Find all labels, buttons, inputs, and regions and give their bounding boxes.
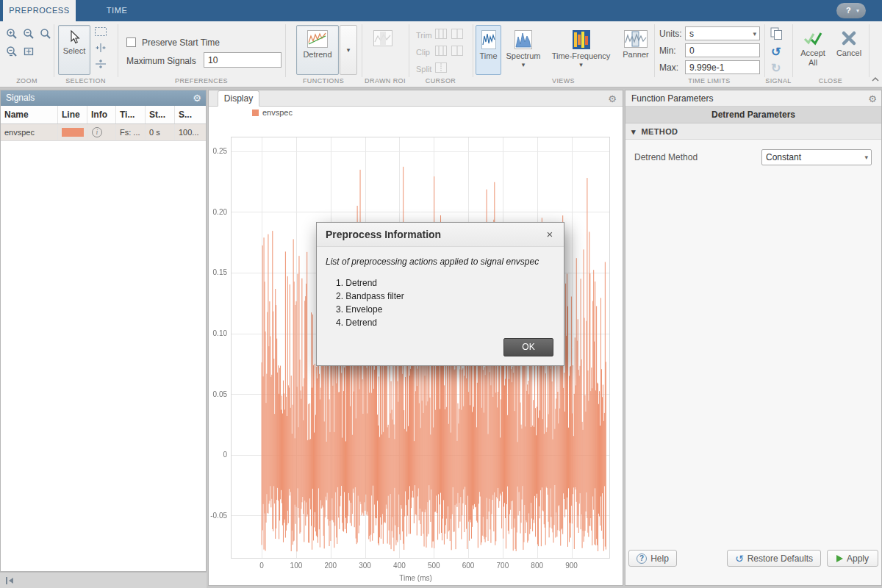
trim-left-icon — [435, 29, 447, 39]
signal-line-cell — [58, 124, 87, 140]
apply-button[interactable]: Apply — [827, 550, 878, 567]
panner-view-button[interactable]: Panner — [620, 25, 652, 75]
zoom-fit-button[interactable] — [23, 46, 35, 57]
chevron-down-icon: ▾ — [856, 7, 859, 14]
trim-right-button — [451, 29, 463, 39]
vertical-cursor-button[interactable] — [94, 59, 107, 69]
vertical-cursor-icon — [94, 59, 107, 69]
detrend-method-select[interactable]: Constant ▾ — [761, 149, 872, 165]
units-select[interactable]: s ▾ — [685, 26, 760, 40]
clip-right-icon — [451, 46, 463, 56]
marquee-select-button[interactable] — [94, 26, 107, 37]
horizontal-cursor-icon — [94, 43, 107, 53]
collapse-toolstrip-button[interactable] — [871, 76, 880, 83]
undo-button[interactable]: ↺ — [771, 45, 781, 59]
min-input[interactable] — [685, 43, 760, 57]
restore-defaults-button[interactable]: ↺ Restore Defaults — [727, 550, 821, 567]
dialog-header[interactable]: Preprocess Information × — [317, 223, 564, 247]
section-separator — [869, 24, 870, 77]
method-section-header[interactable]: ▾ METHOD — [625, 123, 881, 140]
detrend-button-label: Detrend — [303, 50, 331, 60]
section-label-zoom: ZOOM — [0, 77, 54, 85]
signals-table-header: Name Line Info Ti... St... S... — [1, 106, 206, 124]
tab-time[interactable]: TIME — [76, 0, 158, 21]
close-icon[interactable]: × — [543, 228, 556, 240]
gear-icon[interactable]: ⚙ — [193, 93, 201, 104]
preserve-start-time-checkbox[interactable] — [126, 37, 136, 47]
gear-icon[interactable]: ⚙ — [608, 93, 617, 104]
chevron-down-icon: ▾ — [753, 30, 756, 37]
clip-left-button — [435, 46, 447, 56]
units-value: s — [689, 29, 694, 39]
chevron-down-icon: ▾ — [522, 61, 526, 68]
detrend-dropdown-button[interactable]: ▾ — [340, 25, 357, 75]
trim-label: Trim — [416, 30, 432, 40]
help-button-bottom[interactable]: ? Help — [628, 550, 677, 567]
undo-icon: ↺ — [735, 553, 744, 564]
zoom-x-icon — [6, 46, 18, 57]
section-separator — [285, 24, 286, 77]
chevron-down-icon: ▾ — [579, 61, 583, 68]
zoom-x-button[interactable] — [6, 46, 18, 57]
time-frequency-view-label: Time-Frequency — [552, 51, 611, 61]
accept-check-icon — [803, 30, 823, 46]
select-button[interactable]: Select — [58, 25, 90, 75]
cancel-button[interactable]: Cancel — [832, 25, 866, 75]
zoom-in-button[interactable] — [6, 28, 18, 40]
tab-preprocess[interactable]: PREPROCESS — [3, 0, 76, 21]
time-view-button[interactable]: Time — [476, 25, 501, 75]
zoom-out-button[interactable] — [23, 28, 35, 40]
help-icon: ? — [843, 5, 854, 16]
section-label-signal: SIGNAL — [764, 77, 792, 85]
info-icon[interactable]: i — [92, 127, 102, 137]
restore-defaults-label: Restore Defaults — [747, 553, 813, 564]
section-separator — [409, 24, 409, 77]
section-label-selection: SELECTION — [54, 77, 118, 85]
chevron-down-icon: ▾ — [347, 46, 351, 54]
cancel-label: Cancel — [836, 49, 861, 58]
spectrum-view-button[interactable]: Spectrum ▾ — [504, 25, 542, 75]
tab-display[interactable]: Display — [218, 90, 259, 107]
section-separator — [792, 24, 793, 77]
dialog-title: Preprocess Information — [317, 223, 564, 247]
signal-table-row[interactable]: envspec i Fs: ... 0 s 100... — [1, 124, 206, 141]
chevron-up-icon — [871, 76, 880, 83]
preserve-start-time-label: Preserve Start Time — [142, 37, 220, 48]
min-label: Min: — [659, 46, 676, 56]
horizontal-cursor-button[interactable] — [94, 43, 107, 53]
line-color-swatch — [62, 128, 84, 137]
panner-icon — [624, 30, 648, 48]
split-button — [435, 62, 447, 73]
section-label-preferences: PREFERENCES — [118, 77, 285, 85]
section-label-views: VIEWS — [473, 77, 654, 85]
drawn-roi-button — [373, 30, 392, 46]
help-button[interactable]: ? ▾ — [836, 3, 866, 18]
panner-view-label: Panner — [623, 50, 648, 60]
signals-panel-header: Signals ⚙ — [1, 90, 206, 106]
maximum-signals-input[interactable] — [204, 52, 282, 68]
signal-samples: 100... — [175, 124, 206, 140]
accept-all-label-line2: All — [808, 58, 817, 68]
section-label-cursor: CURSOR — [409, 77, 473, 85]
redo-button: ↻ — [771, 61, 781, 75]
gear-icon[interactable]: ⚙ — [868, 93, 877, 104]
toolstrip-tab-bar: PREPROCESS TIME ? ▾ — [0, 0, 882, 21]
ok-button[interactable]: OK — [503, 338, 553, 356]
dialog-list-item: 3. Envelope — [336, 303, 564, 316]
cancel-x-icon — [840, 30, 858, 46]
duplicate-signal-button[interactable] — [770, 27, 783, 40]
time-frequency-view-button[interactable]: Time-Frequency ▾ — [545, 25, 617, 75]
question-icon: ? — [637, 553, 647, 564]
clip-label: Clip — [416, 47, 430, 57]
function-parameters-body: Detrend Method Constant ▾ ? Help ↺ Resto… — [625, 140, 881, 585]
clip-left-icon — [435, 46, 447, 56]
zoom-in-icon — [6, 28, 18, 40]
collapse-left-panel-button[interactable] — [4, 576, 15, 585]
left-panel-bottom-strip — [0, 572, 207, 588]
max-input[interactable] — [685, 60, 760, 74]
accept-all-label-line1: Accept — [800, 49, 825, 58]
detrend-button[interactable]: Detrend — [296, 25, 339, 75]
accept-all-button[interactable]: Accept All — [795, 25, 831, 75]
zoom-auto-button[interactable] — [40, 28, 51, 40]
column-header-line: Line — [58, 106, 87, 123]
